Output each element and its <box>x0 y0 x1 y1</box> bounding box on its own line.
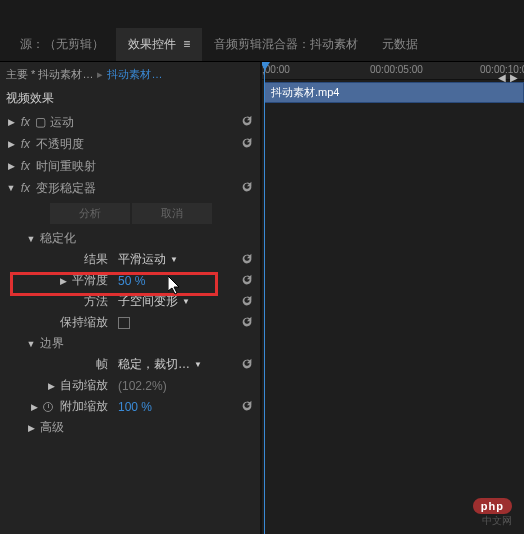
breadcrumb-main[interactable]: 主要 * 抖动素材… <box>6 67 93 82</box>
smoothness-value[interactable]: 50 % <box>118 274 145 288</box>
panel-tabs: 源：（无剪辑） 效果控件 ≡ 音频剪辑混合器：抖动素材 元数据 <box>0 28 524 62</box>
tab-audio-mixer[interactable]: 音频剪辑混合器：抖动素材 <box>202 28 370 61</box>
effect-motion-row[interactable]: ▶ fx ▢ 运动 <box>0 111 260 133</box>
chevron-down-icon: ▼ <box>170 255 178 264</box>
chevron-right-icon[interactable]: ▶ <box>6 139 16 149</box>
auto-scale-label: ▶ 自动缩放 <box>0 377 118 394</box>
chevron-right-icon[interactable]: ▶ <box>46 381 56 391</box>
reset-icon[interactable] <box>240 357 254 374</box>
smoothness-label-text: 平滑度 <box>72 272 108 289</box>
reset-icon[interactable] <box>240 252 254 269</box>
playhead[interactable] <box>264 62 265 534</box>
effect-motion-label: 运动 <box>46 114 260 131</box>
preserve-scale-checkbox[interactable] <box>118 317 130 329</box>
preserve-scale-row: 保持缩放 <box>0 312 260 333</box>
reset-icon[interactable] <box>240 399 254 416</box>
cursor-icon <box>168 276 184 299</box>
extra-scale-label-text: 附加缩放 <box>60 398 108 415</box>
result-row: 结果 平滑运动 ▼ <box>0 249 260 270</box>
stopwatch-icon[interactable] <box>43 402 53 412</box>
tab-effect-controls-label: 效果控件 <box>128 37 176 51</box>
extra-scale-value[interactable]: 100 % <box>118 400 152 414</box>
chevron-down-icon[interactable]: ▼ <box>26 234 36 244</box>
fx-badge-icon: fx <box>16 137 32 151</box>
breadcrumb: 主要 * 抖动素材… ▸ 抖动素材… <box>0 62 260 86</box>
reset-icon[interactable] <box>240 180 254 197</box>
effect-time-remap-row[interactable]: ▶ fx 时间重映射 <box>0 155 260 177</box>
stabilization-header-row[interactable]: ▼ 稳定化 <box>0 228 260 249</box>
section-video-effects: 视频效果 <box>0 86 260 111</box>
chevron-down-icon[interactable]: ▼ <box>6 183 16 193</box>
reset-icon[interactable] <box>240 114 254 131</box>
advanced-header-row[interactable]: ▶ 高级 <box>0 417 260 438</box>
clip-bar[interactable]: 抖动素材.mp4 <box>264 82 524 103</box>
reset-icon[interactable] <box>240 294 254 311</box>
timeline-ruler[interactable]: ;00:00 00:00:05:00 00:00:10:0 <box>260 62 524 80</box>
tab-metadata[interactable]: 元数据 <box>370 28 430 61</box>
preserve-scale-label: 保持缩放 <box>0 314 118 331</box>
reset-icon[interactable] <box>240 315 254 332</box>
frame-value: 稳定，裁切… <box>118 356 190 373</box>
smoothness-label: ▶ 平滑度 <box>0 272 118 289</box>
frame-row: 帧 稳定，裁切… ▼ <box>0 354 260 375</box>
watermark-brand: php <box>481 500 504 512</box>
frame-label: 帧 <box>0 356 118 373</box>
chevron-right-icon[interactable]: ▶ <box>29 402 39 412</box>
fx-badge-icon: fx <box>16 181 32 195</box>
chevron-down-icon: ▼ <box>194 360 202 369</box>
auto-scale-value: (102.2%) <box>118 379 167 393</box>
auto-scale-label-text: 自动缩放 <box>60 377 108 394</box>
result-dropdown[interactable]: 平滑运动 ▼ <box>118 251 178 268</box>
time-tick: 00:00:05:00 <box>370 64 423 75</box>
chevron-right-icon: ▸ <box>97 68 103 81</box>
keyframe-empty-icon[interactable]: ▢ <box>35 115 46 129</box>
tab-source[interactable]: 源：（无剪辑） <box>8 28 116 61</box>
frame-dropdown[interactable]: 稳定，裁切… ▼ <box>118 356 202 373</box>
reset-icon[interactable] <box>240 273 254 290</box>
border-header-row[interactable]: ▼ 边界 <box>0 333 260 354</box>
properties-column: 主要 * 抖动素材… ▸ 抖动素材… 视频效果 ▶ fx ▢ 运动 ▶ fx 不… <box>0 62 260 534</box>
chevron-right-icon[interactable]: ▶ <box>26 423 36 433</box>
tab-effect-controls[interactable]: 效果控件 ≡ <box>116 28 202 61</box>
result-value: 平滑运动 <box>118 251 166 268</box>
warp-buttons: 分析 取消 <box>0 199 260 228</box>
watermark-badge: php <box>473 498 512 514</box>
cancel-button[interactable]: 取消 <box>132 203 212 224</box>
watermark-site: 中文网 <box>482 514 512 528</box>
chevron-right-icon[interactable]: ▶ <box>6 161 16 171</box>
column-divider[interactable] <box>260 62 262 534</box>
chevron-right-icon[interactable]: ▶ <box>6 117 16 127</box>
fx-badge-icon: fx <box>16 115 32 129</box>
panel-body: 主要 * 抖动素材… ▸ 抖动素材… 视频效果 ▶ fx ▢ 运动 ▶ fx 不… <box>0 62 524 534</box>
breadcrumb-clip[interactable]: 抖动素材… <box>107 67 162 82</box>
chevron-right-icon[interactable]: ▶ <box>58 276 68 286</box>
result-label: 结果 <box>0 251 118 268</box>
effect-time-remap-label: 时间重映射 <box>32 158 260 175</box>
nav-prev-icon[interactable]: ◀ <box>498 72 506 83</box>
stabilization-header: 稳定化 <box>36 230 260 247</box>
nav-next-icon[interactable]: ▶ <box>510 72 518 83</box>
method-row: 方法 子空间变形 ▼ <box>0 291 260 312</box>
extra-scale-label: ▶ 附加缩放 <box>0 398 118 415</box>
effect-warp-stabilizer-row[interactable]: ▼ fx 变形稳定器 <box>0 177 260 199</box>
effect-warp-stabilizer-label: 变形稳定器 <box>32 180 260 197</box>
timeline-column: ;00:00 00:00:05:00 00:00:10:0 抖动素材.mp4 <box>260 62 524 534</box>
method-label: 方法 <box>0 293 118 310</box>
analyze-button[interactable]: 分析 <box>50 203 130 224</box>
auto-scale-row[interactable]: ▶ 自动缩放 (102.2%) <box>0 375 260 396</box>
reset-icon[interactable] <box>240 136 254 153</box>
smoothness-row: ▶ 平滑度 50 % <box>0 270 260 291</box>
advanced-header: 高级 <box>36 419 260 436</box>
effect-opacity-row[interactable]: ▶ fx 不透明度 <box>0 133 260 155</box>
panel-menu-icon[interactable]: ≡ <box>183 37 190 51</box>
extra-scale-row: ▶ 附加缩放 100 % <box>0 396 260 417</box>
chevron-down-icon[interactable]: ▼ <box>26 339 36 349</box>
border-header: 边界 <box>36 335 260 352</box>
fx-badge-icon: fx <box>16 159 32 173</box>
effect-opacity-label: 不透明度 <box>32 136 260 153</box>
